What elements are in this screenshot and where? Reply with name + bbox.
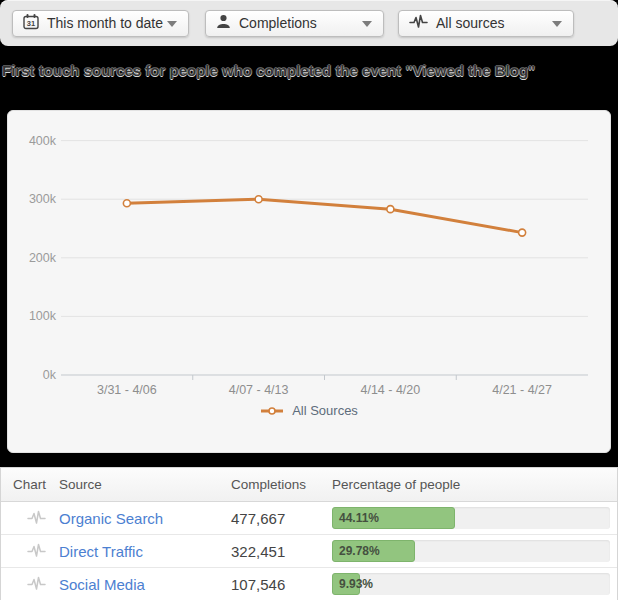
percentage-track: 29.78% xyxy=(332,540,610,562)
sources-table: Chart Source Completions Percentage of p… xyxy=(0,467,618,600)
date-range-label: This month to date xyxy=(47,15,163,31)
header-chart: Chart xyxy=(13,477,46,492)
percentage-label: 29.78% xyxy=(339,540,380,562)
header-source: Source xyxy=(59,477,102,492)
percentage-track: 9.93% xyxy=(332,573,610,595)
event-dropdown[interactable]: Completions xyxy=(205,10,384,37)
svg-text:400k: 400k xyxy=(29,134,57,148)
svg-text:3/31 - 4/06: 3/31 - 4/06 xyxy=(97,383,157,397)
table-row: Direct Traffic 322,451 29.78% xyxy=(1,535,617,568)
row-pulse-icon[interactable] xyxy=(27,510,46,530)
chevron-down-icon xyxy=(362,21,372,27)
line-chart: 0k100k200k300k400k3/31 - 4/064/07 - 4/13… xyxy=(8,111,610,401)
svg-text:100k: 100k xyxy=(29,309,57,323)
source-dropdown[interactable]: All sources xyxy=(398,10,574,37)
event-label: Completions xyxy=(239,15,317,31)
completions-value: 107,546 xyxy=(231,576,285,593)
chart-legend[interactable]: All Sources xyxy=(8,403,610,418)
completions-value: 477,667 xyxy=(231,510,285,527)
source-link[interactable]: Organic Search xyxy=(59,510,163,527)
svg-text:300k: 300k xyxy=(29,192,57,206)
line-chart-panel: 0k100k200k300k400k3/31 - 4/064/07 - 4/13… xyxy=(7,110,611,453)
header-percentage: Percentage of people xyxy=(332,477,460,492)
table-row: Social Media 107,546 9.93% xyxy=(1,568,617,600)
svg-text:4/21 - 4/27: 4/21 - 4/27 xyxy=(492,383,552,397)
table-row: Organic Search 477,667 44.11% xyxy=(1,502,617,535)
row-pulse-icon[interactable] xyxy=(27,543,46,563)
svg-text:4/14 - 4/20: 4/14 - 4/20 xyxy=(360,383,420,397)
filter-toolbar: 31 This month to date Completions All so… xyxy=(0,0,618,46)
legend-line-marker-icon xyxy=(260,406,284,416)
svg-text:31: 31 xyxy=(27,19,35,28)
pulse-icon xyxy=(409,14,428,33)
person-icon xyxy=(216,14,231,32)
calendar-icon: 31 xyxy=(23,13,39,33)
date-range-dropdown[interactable]: 31 This month to date xyxy=(12,10,189,37)
header-completions: Completions xyxy=(231,477,306,492)
svg-text:200k: 200k xyxy=(29,251,57,265)
source-label: All sources xyxy=(436,15,504,31)
chevron-down-icon xyxy=(167,21,177,27)
percentage-track: 44.11% xyxy=(332,507,610,529)
source-link[interactable]: Direct Traffic xyxy=(59,543,143,560)
table-header: Chart Source Completions Percentage of p… xyxy=(1,468,617,502)
completions-value: 322,451 xyxy=(231,543,285,560)
percentage-label: 44.11% xyxy=(339,507,379,529)
row-pulse-icon[interactable] xyxy=(27,576,46,596)
chevron-down-icon xyxy=(552,21,562,27)
svg-text:4/07 - 4/13: 4/07 - 4/13 xyxy=(229,383,289,397)
percentage-label: 9.93% xyxy=(339,573,373,595)
page-title: First touch sources for people who compl… xyxy=(2,62,618,79)
svg-text:0k: 0k xyxy=(43,368,57,382)
legend-label: All Sources xyxy=(292,403,358,418)
source-link[interactable]: Social Media xyxy=(59,576,145,593)
